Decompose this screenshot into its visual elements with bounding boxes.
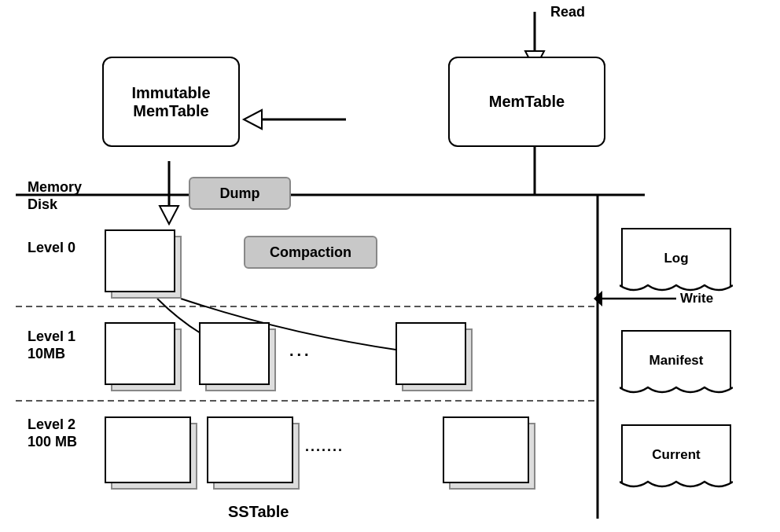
read-label: Read [550, 4, 585, 20]
level1-label-line2: 10MB [28, 346, 65, 362]
sstable-label: SSTable [228, 503, 289, 521]
svg-marker-17 [594, 291, 602, 306]
log-box: Log [621, 228, 731, 287]
level2-label-line2: 100 MB [28, 434, 77, 450]
log-wavy-svg [620, 284, 733, 296]
manifest-wavy-svg [620, 386, 733, 398]
level1-label-line1: Level 1 [28, 328, 75, 345]
disk-label: Disk [28, 196, 57, 213]
manifest-box: Manifest [621, 330, 731, 389]
sstable-box-l1-1 [105, 322, 175, 385]
sstable-box-l1-2 [199, 322, 270, 385]
level2-dots: ....... [305, 438, 344, 455]
svg-marker-11 [160, 206, 178, 224]
level2-label-line1: Level 2 [28, 416, 75, 433]
log-label: Log [623, 229, 730, 287]
svg-marker-13 [244, 110, 262, 129]
diagram-container: Memory Disk ImmutableMemTable MemTable R… [0, 0, 780, 532]
sstable-box-l1-3 [396, 322, 466, 385]
sstable-box-l2-3 [443, 416, 529, 483]
memtable-label: MemTable [489, 93, 565, 111]
manifest-label: Manifest [623, 332, 730, 389]
memory-label: Memory [28, 179, 82, 196]
dump-box: Dump [189, 177, 291, 210]
immutable-memtable-box: ImmutableMemTable [102, 57, 240, 147]
sstable-box-l0 [105, 229, 175, 292]
compaction-box: Compaction [244, 236, 377, 269]
current-label: Current [623, 426, 730, 483]
immutable-memtable-label: ImmutableMemTable [131, 84, 210, 120]
current-box: Current [621, 424, 731, 483]
dump-label: Dump [220, 185, 260, 202]
compaction-label: Compaction [270, 244, 351, 261]
level1-dots: ... [289, 342, 312, 360]
current-wavy-svg [620, 480, 733, 493]
level0-label: Level 0 [28, 240, 75, 256]
sstable-box-l2-1 [105, 416, 191, 483]
sstable-box-l2-2 [207, 416, 293, 483]
memtable-box: MemTable [448, 57, 605, 147]
